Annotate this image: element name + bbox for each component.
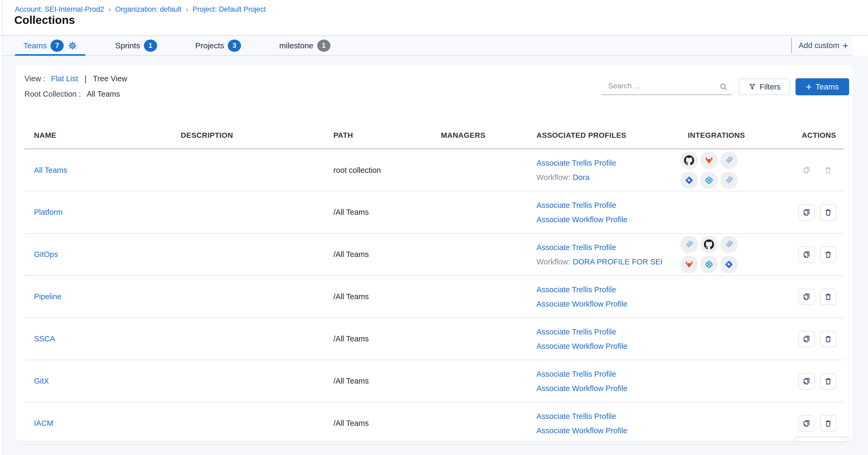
clone-collection-button[interactable] [798, 373, 815, 389]
clone-collection-button[interactable] [798, 204, 815, 221]
associate-trellis-profile-link[interactable]: Associate Trellis Profile [536, 159, 616, 167]
breadcrumb-project-link[interactable]: Project: Default Project [192, 5, 266, 14]
breadcrumb-account-link[interactable]: Account: SEI-Internal-Prod2 [15, 5, 104, 14]
harness-swoosh-icon [720, 172, 738, 189]
collection-name-link[interactable]: All Teams [34, 166, 67, 174]
add-custom-label: Add custom [799, 41, 839, 50]
github-icon [680, 152, 698, 169]
breadcrumb-organization-link[interactable]: Organization: default [115, 5, 181, 14]
actions-cell [796, 149, 844, 191]
add-teams-label: Teams [815, 82, 839, 91]
workflow-profile-link[interactable]: Dora [573, 173, 590, 182]
integrations-cell [687, 276, 796, 318]
column-header-associated-profiles: ASSOCIATED PROFILES [536, 122, 687, 149]
description-cell [181, 233, 333, 276]
managers-cell [441, 149, 536, 191]
table-row: IACM /All Teams Associate Trellis Profil… [24, 402, 844, 444]
filter-funnel-icon [748, 83, 756, 91]
associated-profiles-cell: Associate Trellis Profile Workflow:Dora [536, 149, 687, 191]
github-icon [700, 236, 718, 253]
clone-collection-button [798, 162, 815, 178]
column-header-name: NAME [24, 122, 181, 149]
tree-view-toggle[interactable]: Tree View [93, 74, 127, 83]
breadcrumb-separator: › [108, 5, 111, 13]
collection-name-link[interactable]: GitOps [34, 250, 58, 259]
integrations-cell [687, 149, 796, 191]
associate-trellis-profile-link[interactable]: Associate Trellis Profile [536, 370, 616, 378]
associate-workflow-profile-link[interactable]: Associate Workflow Profile [536, 215, 627, 224]
clone-collection-button[interactable] [798, 246, 815, 263]
add-teams-button[interactable]: + Teams [796, 78, 849, 95]
description-cell [181, 318, 333, 360]
delete-collection-button[interactable] [820, 289, 836, 305]
collection-name-link[interactable]: SSCA [34, 334, 55, 343]
clone-collection-button[interactable] [798, 289, 815, 305]
associate-workflow-profile-link[interactable]: Associate Workflow Profile [536, 342, 627, 351]
tab-sprints[interactable]: Sprints 1 [107, 36, 165, 55]
gear-icon[interactable] [68, 41, 77, 50]
integrations-cell [687, 360, 796, 402]
delete-collection-button[interactable] [820, 331, 836, 347]
associate-trellis-profile-link[interactable]: Associate Trellis Profile [536, 328, 616, 336]
tab-label: Projects [195, 41, 224, 50]
managers-cell [441, 360, 536, 402]
horizontal-scrollbar-thumb[interactable] [794, 437, 848, 442]
workflow-label: Workflow: [536, 257, 570, 266]
tab-label: Sprints [115, 41, 140, 50]
associate-trellis-profile-link[interactable]: Associate Trellis Profile [536, 243, 616, 252]
associate-trellis-profile-link[interactable]: Associate Trellis Profile [536, 412, 616, 421]
table-row: SSCA /All Teams Associate Trellis Profil… [24, 318, 844, 360]
harness-swoosh-icon [720, 152, 738, 169]
add-custom-button[interactable]: Add custom + [791, 38, 848, 53]
column-header-actions: ACTIONS [796, 122, 844, 149]
delete-collection-button[interactable] [820, 415, 836, 432]
managers-cell [441, 191, 536, 233]
plus-icon: + [842, 42, 848, 50]
tab-projects[interactable]: Projects 3 [187, 36, 250, 55]
actions-cell [796, 191, 844, 233]
list-controls: View : Flat List | Tree View Root Collec… [16, 65, 852, 108]
collections-table: NAME DESCRIPTION PATH MANAGERS ASSOCIATE… [24, 122, 844, 445]
tab-milestone[interactable]: milestone 1 [271, 36, 339, 55]
associate-workflow-profile-link[interactable]: Associate Workflow Profile [536, 300, 627, 308]
tab-label: Teams [23, 41, 47, 50]
left-gutter-divider [2, 0, 2, 455]
filters-button[interactable]: Filters [739, 79, 790, 95]
associated-profiles-cell: Associate Trellis Profile Associate Work… [536, 360, 687, 402]
clone-collection-button[interactable] [798, 415, 815, 432]
harness-swoosh-icon [680, 236, 698, 253]
table-row: All Teams root collection Associate Trel… [24, 149, 844, 191]
search-input[interactable] [601, 79, 720, 92]
delete-collection-button[interactable] [820, 246, 836, 263]
actions-cell [796, 276, 844, 318]
view-label: View : [24, 74, 45, 83]
delete-collection-button[interactable] [820, 373, 836, 389]
collections-card: View : Flat List | Tree View Root Collec… [16, 65, 852, 441]
path-cell: /All Teams [333, 233, 441, 276]
associate-trellis-profile-link[interactable]: Associate Trellis Profile [536, 285, 616, 294]
workflow-profile-link[interactable]: DORA PROFILE FOR SEI [573, 257, 662, 266]
collection-name-link[interactable]: IACM [34, 419, 53, 427]
path-cell: root collection [333, 149, 441, 191]
clone-collection-button[interactable] [798, 331, 815, 347]
tab-teams[interactable]: Teams 7 [15, 36, 86, 55]
associate-workflow-profile-link[interactable]: Associate Workflow Profile [536, 384, 627, 393]
associate-trellis-profile-link[interactable]: Associate Trellis Profile [536, 201, 616, 209]
associated-profiles-cell: Associate Trellis Profile Associate Work… [536, 191, 687, 233]
description-cell [181, 149, 333, 191]
description-cell [181, 276, 333, 318]
managers-cell [441, 402, 536, 444]
search-icon [719, 82, 728, 92]
path-cell: /All Teams [333, 318, 441, 360]
actions-cell [796, 318, 844, 360]
collection-name-link[interactable]: Pipeline [34, 292, 61, 301]
delete-collection-button[interactable] [820, 204, 836, 221]
tab-count-badge: 7 [51, 39, 64, 52]
collection-name-link[interactable]: GitX [34, 377, 49, 385]
view-divider: | [85, 74, 87, 83]
jira-icon [720, 255, 738, 273]
page-title: Collections [14, 14, 75, 27]
flat-list-toggle[interactable]: Flat List [51, 74, 78, 83]
collection-name-link[interactable]: Platform [34, 208, 63, 216]
associate-workflow-profile-link[interactable]: Associate Workflow Profile [536, 426, 627, 435]
